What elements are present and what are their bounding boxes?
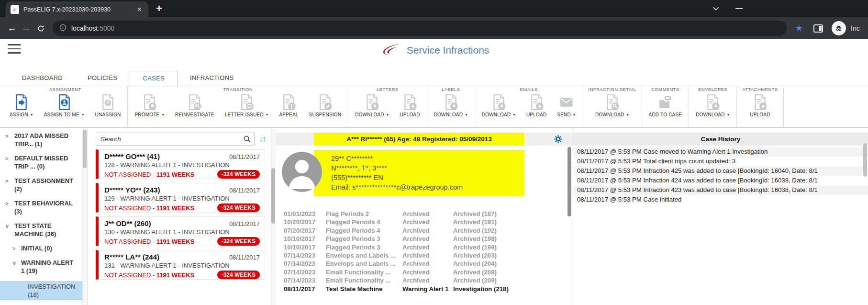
case-name: D***** YO** (243) bbox=[104, 186, 160, 194]
tree-item-test-assignment[interactable]: >TEST ASSIGNMENT (2) bbox=[0, 177, 87, 193]
address-bar[interactable]: localhost :5000 bbox=[53, 21, 787, 36]
app-favicon-swoosh-icon bbox=[11, 5, 19, 14]
assign-to-me-button[interactable]: ASSIGN TO ME▼ bbox=[39, 93, 90, 118]
sidebar-scrollbar[interactable] bbox=[82, 128, 87, 305]
weeks-badge: -324 WEEKS bbox=[217, 203, 260, 212]
unassign-button: ? UNASSIGN bbox=[90, 93, 126, 118]
bookmark-star-icon[interactable]: ★ bbox=[795, 23, 803, 34]
tree-item-warning-alert-1[interactable]: ∨WARNING ALERT 1 (19) bbox=[0, 259, 87, 275]
chevron-right-icon[interactable]: > bbox=[5, 155, 8, 163]
search-input[interactable] bbox=[96, 133, 255, 146]
history-scrollbar[interactable] bbox=[863, 143, 867, 177]
button-label: DOWNLOAD bbox=[696, 112, 725, 117]
browser-toolbar: ← → localhost :5000 ★ Inc bbox=[0, 17, 868, 39]
tree-item-default-missed-trip[interactable]: >DEFAULT MISSED TRIP ... (0) bbox=[0, 154, 87, 170]
incognito-avatar-icon[interactable] bbox=[832, 21, 846, 35]
button-label: UNASSIGN bbox=[95, 112, 121, 117]
assign-button[interactable]: ASSIGN▼ bbox=[4, 93, 39, 118]
ribbon-group-assignment: ASSIGNMENT ASSIGN▼ ASSIGN TO ME▼ ? UNASS… bbox=[3, 87, 128, 127]
weeks-badge: -324 WEEKS bbox=[217, 170, 260, 179]
group-label: ENVELOPES bbox=[694, 87, 731, 93]
search-icon[interactable] bbox=[243, 135, 251, 145]
labels-download-button: DOWNLOAD▼ bbox=[429, 93, 473, 118]
tab-search-chevron-icon[interactable] bbox=[712, 4, 719, 13]
case-card[interactable]: D***** GO*** (41)08/11/2017 128 - WARNIN… bbox=[96, 149, 265, 179]
doc-upload-icon bbox=[530, 94, 544, 111]
doc-magnifier-icon bbox=[188, 94, 201, 111]
gear-icon[interactable] bbox=[554, 135, 562, 143]
forward-button: → bbox=[19, 21, 33, 35]
back-button[interactable]: ← bbox=[5, 21, 19, 35]
tree-item-investigation[interactable]: INVESTIGATION (18) bbox=[0, 281, 87, 300]
promote-button: PROMOTE▼ bbox=[129, 93, 170, 118]
button-label: LETTER ISSUED bbox=[225, 112, 264, 117]
envelopes-download-button: DOWNLOAD▼ bbox=[690, 93, 735, 118]
reload-button[interactable] bbox=[33, 21, 48, 35]
period-row[interactable]: 01/01/2023Flag Periods 2ArchivedArchived… bbox=[284, 210, 573, 218]
chevron-right-icon[interactable]: > bbox=[5, 200, 8, 208]
tree-item-initial[interactable]: >INITIAL (0) bbox=[0, 244, 87, 252]
tab-close-icon[interactable]: × bbox=[135, 5, 144, 14]
sort-icon[interactable]: ↓↑ bbox=[259, 135, 265, 144]
period-row[interactable]: 07/14/2023Email Functionality ...Archive… bbox=[284, 268, 573, 276]
tree-item-test-behavioral[interactable]: >TEST BEHAVIORAL (3) bbox=[0, 199, 87, 215]
doc-star-icon bbox=[143, 94, 156, 111]
period-row[interactable]: 10/20/2017Flagged Periods 4ArchivedArchi… bbox=[284, 218, 573, 226]
client-detail-panel: A*** RI****** (65) Age: 48 Registered: 0… bbox=[276, 128, 573, 305]
tree-item-label: INVESTIGATION (18) bbox=[28, 283, 75, 298]
case-card[interactable]: D***** YO** (243)08/11/2017 129 - WARNIN… bbox=[96, 183, 265, 213]
client-summary-highlight: A*** RI****** (65) Age: 48 Registered: 0… bbox=[314, 133, 524, 146]
case-list-scrollbar[interactable] bbox=[271, 128, 276, 305]
minimize-button[interactable] bbox=[735, 8, 743, 9]
tab-policies[interactable]: POLICIES bbox=[75, 71, 130, 85]
side-panel-icon[interactable] bbox=[813, 24, 823, 33]
group-label: TRANSITION bbox=[220, 87, 257, 93]
group-label: LABELS bbox=[438, 87, 464, 93]
period-row[interactable]: 07/14/2023Envelops and Labels ...Archive… bbox=[284, 260, 573, 268]
tree-item-test-state-machine[interactable]: ∨TEST STATE MACHINE (36) bbox=[0, 222, 87, 238]
attachments-upload-button: UPLOAD bbox=[745, 93, 775, 118]
doc-exclamation-icon bbox=[282, 94, 296, 111]
period-row[interactable]: 07/14/2023Email Functionality ...Archive… bbox=[284, 276, 573, 284]
new-tab-button[interactable]: + bbox=[156, 2, 162, 15]
chevron-down-icon[interactable]: ∨ bbox=[5, 222, 9, 230]
chevron-right-icon[interactable]: > bbox=[5, 132, 8, 140]
phone-line: (555)********* EN bbox=[331, 173, 520, 182]
dropdown-caret-icon: ▼ bbox=[727, 113, 730, 116]
period-row[interactable]: 07/14/2023Envelops and Labels ...Archive… bbox=[284, 251, 573, 260]
detail-scrollbar[interactable] bbox=[568, 147, 571, 216]
period-row[interactable]: 10/10/2017Flagged Periods 3ArchivedArchi… bbox=[284, 243, 573, 251]
browser-tab-bar: PassELIG 7.x-20231030-203930 × + bbox=[0, 0, 868, 17]
case-card[interactable]: R***** LA** (244)08/11/2017 131 - WARNIN… bbox=[96, 250, 265, 280]
browser-tab[interactable]: PassELIG 7.x-20231030-203930 × bbox=[6, 1, 148, 17]
letters-download-button: DOWNLOAD▼ bbox=[350, 93, 394, 118]
chevron-down-icon[interactable]: ∨ bbox=[12, 259, 16, 267]
period-row-current[interactable]: 08/11/2017Test State MachineWarning Aler… bbox=[284, 285, 573, 293]
button-label: ASSIGN TO ME bbox=[44, 112, 79, 117]
case-history-title: Case History bbox=[573, 133, 868, 146]
tree-item-2017-ada-missed-trip[interactable]: >2017 ADA MISSED TRIP... (1) bbox=[0, 132, 87, 148]
case-card[interactable]: J** OD** (260)08/11/2017 130 - WARNING A… bbox=[96, 216, 265, 246]
doc-upload-icon bbox=[403, 94, 417, 111]
button-label: DOWNLOAD bbox=[482, 112, 511, 117]
tree-item-label: TEST BEHAVIORAL (3) bbox=[14, 200, 73, 215]
chevron-right-icon[interactable]: > bbox=[5, 177, 8, 185]
button-label: UPLOAD bbox=[526, 112, 546, 117]
case-status: NOT ASSIGNED - 1191 WEEKS bbox=[104, 271, 194, 279]
chevron-right-icon[interactable]: > bbox=[12, 245, 15, 253]
period-row[interactable]: 07/20/2017Flagged Periods 4ArchivedArchi… bbox=[284, 226, 573, 235]
case-date: 08/11/2017 bbox=[229, 220, 260, 227]
button-label: DOWNLOAD bbox=[355, 112, 384, 117]
case-status: NOT ASSIGNED - 1191 WEEKS bbox=[104, 171, 194, 178]
doc-download-icon bbox=[365, 94, 379, 111]
infraction-detail-download-button: DOWNLOAD▼ bbox=[590, 93, 634, 118]
button-label: ADD TO CASE bbox=[649, 112, 682, 117]
flagged-periods-table: 01/01/2023Flag Periods 2ArchivedArchived… bbox=[284, 210, 573, 293]
letters-upload-button: UPLOAD bbox=[394, 93, 425, 118]
site-info-icon[interactable] bbox=[59, 24, 67, 33]
tab-infractions[interactable]: INFRACTIONS bbox=[178, 71, 246, 85]
tab-dashboard[interactable]: DASHBOARD bbox=[10, 71, 75, 85]
tab-cases[interactable]: CASES bbox=[130, 71, 178, 87]
period-row[interactable]: 10/10/2017Flagged Periods 3ArchivedArchi… bbox=[284, 235, 573, 243]
button-label: UPLOAD bbox=[400, 112, 420, 117]
